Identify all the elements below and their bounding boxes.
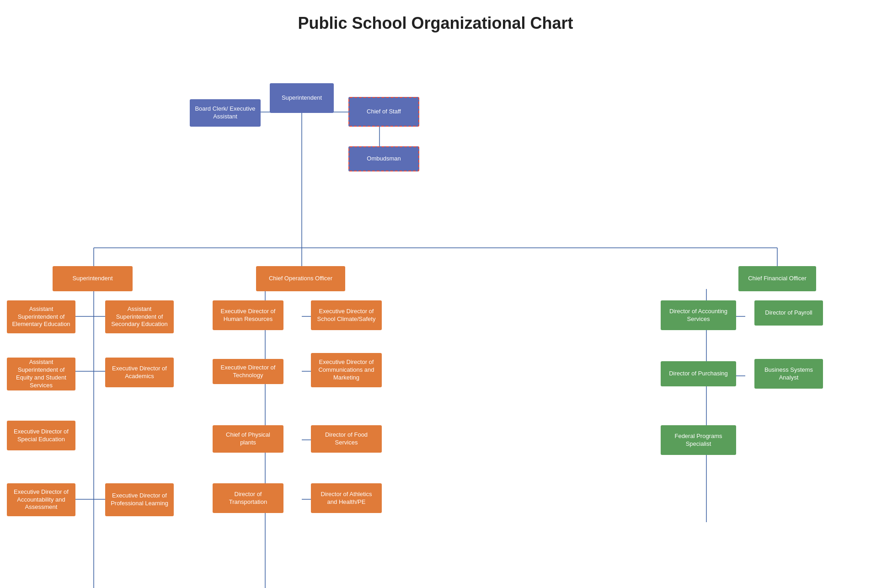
federal-programs-specialist-box: Federal Programs Specialist (661, 425, 736, 455)
page-title: Public School Organizational Chart (0, 0, 871, 42)
business-systems-analyst-box: Business Systems Analyst (754, 359, 823, 389)
exec-dir-accountability-box: Executive Director of Accountability and… (7, 483, 75, 516)
exec-dir-school-climate-box: Executive Director of School Climate/Saf… (311, 300, 382, 330)
chief-operations-box: Chief Operations Officer (256, 266, 345, 291)
asst-supt-secondary-box: Assistant Superintendent of Secondary Ed… (105, 300, 174, 333)
dir-food-services-box: Director of Food Services (311, 425, 382, 453)
chief-physical-plants-box: Chief of Physical plants (213, 425, 283, 453)
chief-of-staff-box: Chief of Staff (348, 97, 419, 127)
exec-dir-technology-box: Executive Director of Technology (213, 359, 283, 384)
org-chart: Superintendent Board Clerk/ Executive As… (0, 42, 871, 60)
exec-dir-comm-marketing-box: Executive Director of Communications and… (311, 353, 382, 387)
superintendent-mid-box: Superintendent (53, 266, 133, 291)
board-clerk-box: Board Clerk/ Executive Assistant (190, 99, 261, 127)
superintendent-top-box: Superintendent (270, 83, 334, 113)
chief-financial-box: Chief Financial Officer (738, 266, 816, 291)
exec-dir-special-ed-box: Executive Director of Special Education (7, 421, 75, 450)
dir-payroll-box: Director of Payroll (754, 300, 823, 326)
connectors-svg (0, 42, 871, 60)
ombudsman-box: Ombudsman (348, 146, 419, 171)
exec-dir-prof-learning-box: Executive Director of Professional Learn… (105, 483, 174, 516)
dir-accounting-box: Director of Accounting Services (661, 300, 736, 330)
dir-athletics-box: Director of Athletics and Health/PE (311, 483, 382, 513)
exec-dir-academics-box: Executive Director of Academics (105, 358, 174, 387)
asst-supt-elementary-box: Assistant Superintendent of Elementary E… (7, 300, 75, 333)
dir-purchasing-box: Director of Purchasing (661, 361, 736, 386)
dir-transportation-box: Director of Transportation (213, 483, 283, 513)
exec-dir-hr-box: Executive Director of Human Resources (213, 300, 283, 330)
asst-supt-equity-box: Assistant Superintendent of Equity and S… (7, 358, 75, 390)
